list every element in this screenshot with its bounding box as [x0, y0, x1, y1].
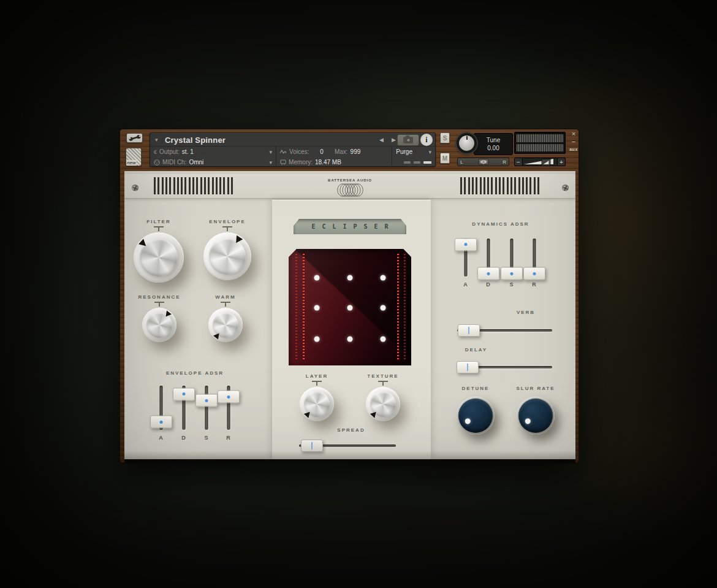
slider-handle[interactable] [457, 361, 479, 373]
info-button[interactable]: i [420, 134, 433, 146]
knob-pointer-icon [304, 410, 312, 418]
detune-knob[interactable] [457, 397, 495, 435]
close-button[interactable]: × [568, 130, 579, 137]
wrench-edit-button[interactable] [126, 133, 143, 143]
kontakt-instrument-window: new ▾ Crystal Spinner ◀ ▶ i € Output: [120, 129, 579, 463]
aux-button[interactable]: aux [568, 147, 579, 151]
xy-grid-dot[interactable] [381, 337, 386, 342]
env-sustain-slider[interactable]: S [195, 386, 218, 430]
top-vent-strip: BATTERSEA AUDIO [124, 174, 575, 199]
title-dropdown-caret-icon[interactable]: ▾ [155, 137, 158, 143]
resonance-knob[interactable] [142, 308, 176, 342]
dyn-decay-slider[interactable]: D [477, 239, 499, 277]
solo-label: S [443, 135, 447, 142]
knob-dot-icon [464, 418, 472, 426]
envelope-knob[interactable] [203, 232, 251, 280]
xy-grid-dot[interactable] [381, 305, 386, 311]
slider-handle[interactable] [523, 267, 545, 280]
dyn-release-slider[interactable]: R [523, 239, 545, 277]
snapshot-camera-button[interactable] [397, 134, 419, 146]
mute-button[interactable]: M [440, 153, 450, 164]
volume-track[interactable] [523, 158, 557, 166]
slider-track[interactable] [205, 386, 208, 430]
env-release-slider[interactable]: R [218, 386, 240, 430]
delay-slider[interactable] [457, 361, 552, 373]
xy-pad-screen[interactable] [289, 249, 411, 365]
layer-knob[interactable] [300, 387, 334, 421]
verb-label: VERB [501, 310, 550, 315]
voices-label: Voices: [289, 148, 309, 155]
layer-knob-unit: LAYER [300, 373, 334, 421]
knob-pointer-icon [370, 410, 378, 418]
texture-knob[interactable] [366, 387, 400, 421]
envelope-adsr-title: ENVELOPE ADSR [146, 370, 244, 376]
tune-value[interactable]: 0.00 [487, 145, 499, 151]
slider-handle[interactable] [173, 388, 195, 400]
verb-slider[interactable] [457, 324, 552, 337]
xy-grid-dot[interactable] [314, 305, 320, 311]
kontakt-header: new ▾ Crystal Spinner ◀ ▶ i € Output: [120, 129, 580, 171]
midi-channel-select[interactable]: MIDI Ch: Omni ▾ [150, 157, 276, 167]
xy-grid-dot[interactable] [381, 275, 386, 281]
brand-name: BATTERSEA AUDIO [325, 178, 374, 182]
dynamics-adsr-title: DYNAMICS ADSR [452, 221, 550, 227]
new-badge: new [126, 160, 137, 166]
max-value[interactable]: 999 [351, 148, 361, 155]
slider-handle[interactable] [501, 267, 523, 280]
slider-handle[interactable] [458, 324, 480, 337]
slider-handle[interactable] [455, 238, 477, 251]
pan-slider[interactable]: L R [457, 158, 509, 166]
slur-rate-knob[interactable] [517, 397, 555, 435]
envelope-label: ENVELOPE [209, 219, 246, 224]
volume-plus-button[interactable]: + [557, 158, 565, 166]
knob-dot-icon [524, 418, 532, 426]
output-caret-icon: ▾ [270, 149, 273, 155]
memory-chip-icon [280, 159, 286, 165]
slider-handle[interactable] [195, 394, 218, 407]
volume-handle[interactable] [542, 159, 551, 166]
xy-grid-dot[interactable] [314, 337, 320, 342]
instrument-body: BATTERSEA AUDIO [124, 171, 575, 459]
slur-rate-knob-unit: SLUR RATE [517, 386, 555, 435]
xy-grid-dot[interactable] [347, 275, 353, 281]
solo-button[interactable]: S [440, 132, 450, 143]
slider-handle[interactable] [477, 267, 499, 280]
warm-knob[interactable] [208, 308, 243, 342]
detune-knob-unit: DETUNE [457, 386, 495, 435]
volume-minus-button[interactable]: − [515, 158, 523, 166]
slider-handle[interactable] [301, 440, 323, 452]
output-select[interactable]: € Output: st. 1 ▾ [150, 147, 276, 157]
xy-grid-dot[interactable] [314, 275, 320, 281]
dyn-sustain-slider[interactable]: S [501, 239, 523, 277]
detune-label: DETUNE [462, 386, 490, 391]
env-decay-slider[interactable]: D [173, 386, 195, 430]
xy-grid-dot[interactable] [347, 337, 353, 342]
filter-knob[interactable] [134, 232, 184, 283]
resonance-knob-unit: RESONANCE [142, 294, 176, 342]
slider-handle[interactable] [218, 391, 240, 403]
tune-knob[interactable] [457, 133, 477, 153]
minimize-button[interactable]: − [568, 138, 579, 145]
slider-handle[interactable] [150, 416, 172, 429]
xy-grid-dot[interactable] [347, 305, 353, 311]
prev-instrument-icon[interactable]: ◀ [379, 137, 384, 143]
volume-slider[interactable]: − + [514, 158, 566, 166]
slur-rate-label: SLUR RATE [516, 386, 555, 391]
purge-menu[interactable]: Purge ▾ [392, 147, 435, 157]
meter-strip-right [517, 144, 563, 152]
instrument-title[interactable]: Crystal Spinner [165, 136, 226, 145]
title-row: ▾ Crystal Spinner ◀ ▶ i [150, 133, 435, 147]
new-instrument-button[interactable]: new [126, 148, 142, 166]
spread-slider[interactable] [299, 440, 396, 452]
midi-value: Omni [189, 159, 203, 166]
eclipser-display-text: ECLIPSER [305, 223, 395, 230]
slider-label: S [195, 435, 218, 441]
next-instrument-icon[interactable]: ▶ [392, 137, 396, 143]
led-column [303, 254, 305, 361]
dyn-attack-slider[interactable]: A [455, 239, 477, 277]
pan-handle[interactable] [478, 159, 488, 165]
header-row-3: MIDI Ch: Omni ▾ Memory: 18.47 MB [150, 157, 435, 167]
wrench-icon [128, 134, 142, 142]
env-attack-slider[interactable]: A [150, 386, 172, 430]
screw-icon [132, 185, 138, 191]
